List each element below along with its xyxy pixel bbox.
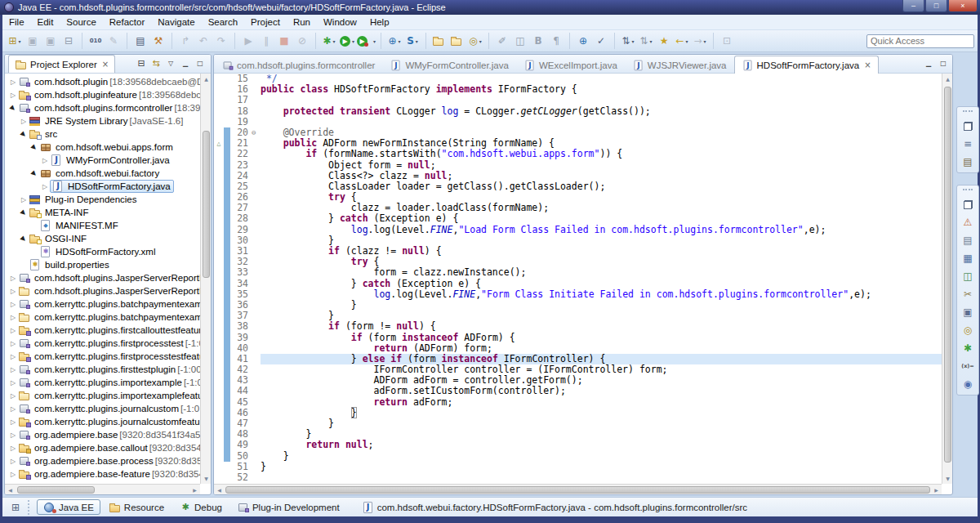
folding-ruler[interactable] — [252, 451, 261, 462]
menu-edit[interactable]: Edit — [31, 15, 60, 29]
next-annotation-button[interactable]: ⇅▾ — [638, 33, 654, 50]
annotation-ruler[interactable] — [214, 386, 224, 396]
tree-collapsed-arrow-icon[interactable]: ▷ — [8, 275, 18, 282]
editor-tab[interactable]: HDSoftFormFactory.java× — [734, 56, 879, 74]
menu-refactor[interactable]: Refactor — [103, 15, 151, 29]
perspective-resource[interactable]: Resource — [102, 499, 171, 515]
annotation-ruler[interactable] — [214, 311, 224, 321]
annotation-ruler[interactable] — [214, 364, 224, 375]
restore-view-button[interactable] — [957, 195, 978, 213]
tree-item[interactable]: ▶com.hdsoft.plugins.formcontroller [18:3… — [5, 101, 200, 114]
folding-ruler[interactable] — [252, 343, 261, 354]
tree-item[interactable]: ▷org.adempiere.base [9320:8d3541f34a50@ — [5, 428, 200, 441]
tree-item[interactable]: ▷com.kerryttc.plugins.journalcustomfeatu — [5, 415, 200, 428]
tree-collapsed-arrow-icon[interactable]: ▷ — [19, 196, 29, 203]
tree-item[interactable]: ▷Plug-in Dependencies — [5, 193, 200, 206]
minimize-editor-button[interactable]: ▁ — [921, 56, 936, 70]
tree-item[interactable]: ▷com.kerryttc.plugins.batchpaymentexam — [5, 297, 200, 311]
tree-item[interactable]: ▷com.kerryttc.plugins.firstprocesstest [… — [5, 337, 200, 350]
close-view-icon[interactable]: × — [102, 60, 109, 69]
menu-window[interactable]: Window — [317, 15, 363, 29]
code-line[interactable]: 49 return null; — [214, 440, 942, 450]
folding-ruler[interactable] — [252, 138, 261, 149]
annotation-ruler[interactable] — [214, 397, 224, 408]
folding-ruler[interactable] — [252, 386, 261, 396]
annotation-ruler[interactable] — [214, 203, 224, 213]
tree-item[interactable]: ▷com.kerryttc.plugins.importexample [-1:… — [5, 376, 200, 389]
folding-ruler[interactable] — [252, 418, 261, 429]
annotation-ruler[interactable] — [214, 127, 224, 138]
servers-button[interactable]: ▦ — [957, 249, 978, 267]
annotation-ruler[interactable] — [214, 300, 224, 311]
tree-collapsed-arrow-icon[interactable]: ▷ — [8, 314, 18, 321]
folding-ruler[interactable] — [252, 192, 261, 203]
coverage-button[interactable]: ▶▾ — [357, 33, 376, 50]
folding-ruler[interactable] — [252, 354, 261, 364]
expressions-button[interactable]: (x)= — [957, 357, 978, 375]
annotation-ruler[interactable] — [214, 225, 224, 235]
browser-button[interactable]: ⊕ — [575, 33, 591, 50]
new-wizard-button[interactable]: ⊞▾ — [7, 33, 23, 50]
tree-item[interactable]: ▶src — [5, 127, 200, 141]
annotation-ruler[interactable] — [214, 74, 224, 84]
menu-source[interactable]: Source — [60, 15, 102, 29]
annotation-ruler[interactable] — [214, 440, 224, 450]
folding-ruler[interactable] — [252, 289, 261, 300]
editor-horizontal-scrollbar[interactable]: ◀ ▶ — [214, 484, 942, 494]
code-line[interactable]: 50 } — [214, 451, 942, 462]
scroll-right-icon[interactable]: ▶ — [189, 485, 200, 495]
breakpoints-button[interactable]: ◉ — [957, 375, 978, 393]
tree-item[interactable]: ▷org.adempiere.base-feature [9320:8d3541 — [5, 467, 200, 481]
folding-ruler[interactable] — [252, 74, 261, 84]
folding-ruler[interactable] — [252, 267, 261, 278]
tree-item[interactable]: ▷com.hdsoft.pluginfeature [18:39568debca — [5, 88, 200, 101]
tree-item[interactable]: ▷com.kerryttc.plugins.batchpaymentexam — [5, 311, 200, 324]
maximize-window-button[interactable]: □ — [925, 0, 947, 12]
tree-collapsed-arrow-icon[interactable]: ▷ — [8, 431, 18, 439]
folding-ruler[interactable] — [252, 472, 261, 483]
tree-collapsed-arrow-icon[interactable]: ▷ — [8, 445, 18, 452]
perspective-plug-in-development[interactable]: Plug-in Development — [230, 499, 346, 515]
code-line[interactable]: 47 } — [214, 418, 942, 429]
code-line[interactable]: 52 — [214, 472, 942, 483]
menu-run[interactable]: Run — [287, 15, 317, 29]
maximize-view-button[interactable]: □ — [193, 56, 207, 70]
quick-access-input[interactable] — [866, 34, 974, 48]
tree-horizontal-scrollbar[interactable]: ◀ ▶ — [5, 484, 200, 494]
folding-ruler[interactable] — [252, 408, 261, 418]
folding-ruler[interactable] — [252, 321, 261, 332]
tree-item[interactable]: ▷com.kerryttc.plugins.importexamplefeatu — [5, 389, 200, 402]
scroll-down-icon[interactable]: ▼ — [942, 473, 953, 484]
task-list-button[interactable]: ▤ — [957, 153, 978, 171]
tree-item[interactable]: ▷com.kerryttc.plugins.firsttestplugin [-… — [5, 363, 200, 376]
tree-collapsed-arrow-icon[interactable]: ▷ — [8, 288, 18, 295]
project-explorer-tab[interactable]: Project Explorer × — [8, 55, 115, 73]
debug-button[interactable]: ✱▾ — [321, 33, 337, 50]
tree-vertical-scrollbar[interactable]: ▲ ▼ — [200, 74, 211, 484]
folding-ruler[interactable] — [252, 440, 261, 450]
scroll-right-icon[interactable]: ▶ — [931, 485, 942, 495]
folding-ruler[interactable] — [252, 149, 261, 159]
annotation-ruler[interactable] — [214, 375, 224, 386]
annotation-ruler[interactable] — [214, 408, 224, 418]
tree-item[interactable]: HDSoftFormFactory.xml — [5, 245, 200, 258]
search-button[interactable]: ◎▾ — [467, 33, 483, 50]
folding-ruler[interactable] — [252, 429, 261, 440]
tree-collapsed-arrow-icon[interactable]: ▷ — [8, 405, 18, 413]
editor-vertical-scrollbar[interactable]: ▲ ▼ — [942, 74, 952, 484]
tree-item[interactable]: ▷com.hdsoft.plugins.JasperServerReportEx — [5, 271, 200, 284]
tree-item[interactable]: ▷HDSoftFormFactory.java — [5, 180, 200, 193]
annotation-ruler[interactable] — [214, 354, 224, 364]
annotation-ruler[interactable] — [214, 451, 224, 462]
annotation-ruler[interactable] — [214, 321, 224, 332]
tree-item[interactable]: build.properties — [5, 258, 200, 271]
folding-ruler[interactable] — [252, 181, 261, 192]
annotation-ruler[interactable] — [214, 462, 224, 472]
tree-item[interactable]: ▶META-INF — [5, 206, 200, 219]
folding-ruler[interactable] — [252, 364, 261, 375]
code-line[interactable]: 18 protected transient CLogger log = CLo… — [214, 106, 942, 117]
export-button[interactable] — [449, 33, 466, 50]
view-menu-button[interactable]: ▽ — [163, 56, 178, 70]
annotation-ruler[interactable] — [214, 472, 224, 483]
search-button[interactable]: ◎ — [957, 321, 978, 339]
